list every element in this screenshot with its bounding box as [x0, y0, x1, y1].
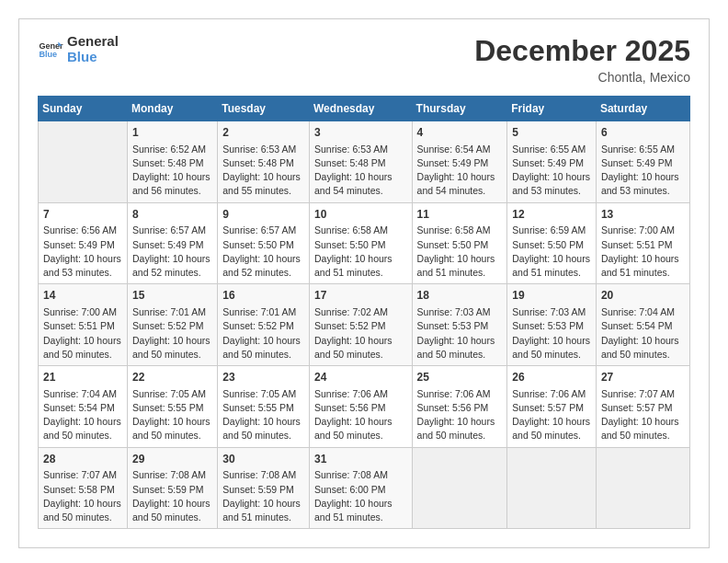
day-number: 10: [314, 207, 407, 223]
day-number: 1: [132, 125, 212, 141]
calendar-cell: [596, 447, 689, 529]
logo-blue: Blue: [67, 50, 119, 65]
day-number: 9: [222, 207, 304, 223]
day-number: 24: [314, 370, 407, 385]
cell-content: Sunrise: 7:03 AMSunset: 5:53 PMDaylight:…: [417, 305, 503, 362]
calendar-cell: [39, 121, 128, 203]
day-number: 4: [417, 125, 503, 141]
calendar-cell: 3Sunrise: 6:53 AMSunset: 5:48 PMDaylight…: [309, 121, 412, 203]
calendar-cell: 10Sunrise: 6:58 AMSunset: 5:50 PMDayligh…: [309, 202, 412, 284]
calendar-cell: 16Sunrise: 7:01 AMSunset: 5:52 PMDayligh…: [218, 284, 310, 366]
day-number: 31: [314, 452, 407, 467]
day-number: 13: [601, 207, 685, 223]
calendar-cell: 11Sunrise: 6:58 AMSunset: 5:50 PMDayligh…: [412, 202, 507, 284]
day-number: 28: [43, 452, 122, 467]
cell-content: Sunrise: 6:55 AMSunset: 5:49 PMDaylight:…: [512, 143, 591, 199]
day-number: 20: [601, 288, 685, 304]
logo-icon: General Blue: [38, 37, 63, 63]
calendar-cell: 26Sunrise: 7:06 AMSunset: 5:57 PMDayligh…: [507, 366, 597, 448]
day-number: 12: [512, 207, 591, 223]
calendar-cell: 20Sunrise: 7:04 AMSunset: 5:54 PMDayligh…: [596, 284, 689, 366]
cell-content: Sunrise: 7:07 AMSunset: 5:57 PMDaylight:…: [601, 387, 685, 443]
calendar-cell: 13Sunrise: 7:00 AMSunset: 5:51 PMDayligh…: [596, 202, 689, 284]
cell-content: Sunrise: 6:58 AMSunset: 5:50 PMDaylight:…: [417, 224, 503, 280]
header-day: Monday: [127, 97, 217, 121]
calendar-cell: 17Sunrise: 7:02 AMSunset: 5:52 PMDayligh…: [309, 284, 412, 366]
calendar-row: 21Sunrise: 7:04 AMSunset: 5:54 PMDayligh…: [39, 366, 690, 448]
title-block: December 2025 Chontla, Mexico: [474, 34, 690, 85]
calendar-cell: 9Sunrise: 6:57 AMSunset: 5:50 PMDaylight…: [218, 202, 310, 284]
calendar-cell: 29Sunrise: 7:08 AMSunset: 5:59 PMDayligh…: [127, 447, 217, 529]
calendar-cell: 8Sunrise: 6:57 AMSunset: 5:49 PMDaylight…: [127, 202, 217, 284]
day-number: 14: [43, 288, 122, 304]
calendar-cell: 19Sunrise: 7:03 AMSunset: 5:53 PMDayligh…: [507, 284, 597, 366]
calendar-row: 7Sunrise: 6:56 AMSunset: 5:49 PMDaylight…: [39, 202, 690, 284]
cell-content: Sunrise: 7:00 AMSunset: 5:51 PMDaylight:…: [43, 305, 122, 362]
day-number: 5: [512, 125, 591, 141]
logo: General Blue General Blue: [38, 34, 119, 64]
cell-content: Sunrise: 7:06 AMSunset: 5:57 PMDaylight:…: [512, 387, 591, 443]
day-number: 6: [601, 125, 685, 141]
calendar-cell: [412, 447, 507, 529]
calendar-cell: 28Sunrise: 7:07 AMSunset: 5:58 PMDayligh…: [39, 447, 128, 529]
cell-content: Sunrise: 7:08 AMSunset: 6:00 PMDaylight:…: [314, 468, 407, 524]
cell-content: Sunrise: 7:01 AMSunset: 5:52 PMDaylight:…: [132, 305, 212, 362]
calendar-cell: 25Sunrise: 7:06 AMSunset: 5:56 PMDayligh…: [412, 366, 507, 448]
calendar-cell: 1Sunrise: 6:52 AMSunset: 5:48 PMDaylight…: [127, 121, 217, 203]
calendar-cell: 22Sunrise: 7:05 AMSunset: 5:55 PMDayligh…: [127, 366, 217, 448]
cell-content: Sunrise: 7:05 AMSunset: 5:55 PMDaylight:…: [132, 387, 212, 443]
calendar-cell: 6Sunrise: 6:55 AMSunset: 5:49 PMDaylight…: [596, 121, 689, 203]
header-day: Friday: [507, 97, 597, 121]
calendar-cell: 27Sunrise: 7:07 AMSunset: 5:57 PMDayligh…: [596, 366, 689, 448]
day-number: 30: [222, 452, 304, 467]
logo-general: General: [67, 34, 119, 50]
calendar-cell: 2Sunrise: 6:53 AMSunset: 5:48 PMDaylight…: [218, 121, 310, 203]
calendar-row: 28Sunrise: 7:07 AMSunset: 5:58 PMDayligh…: [39, 447, 690, 529]
header-day: Saturday: [596, 97, 689, 121]
day-number: 2: [222, 125, 304, 141]
day-number: 23: [222, 370, 304, 385]
cell-content: Sunrise: 7:06 AMSunset: 5:56 PMDaylight:…: [314, 387, 407, 443]
cell-content: Sunrise: 7:00 AMSunset: 5:51 PMDaylight:…: [601, 224, 685, 280]
cell-content: Sunrise: 7:08 AMSunset: 5:59 PMDaylight:…: [132, 468, 212, 524]
day-number: 8: [132, 207, 212, 223]
day-number: 11: [417, 207, 503, 223]
calendar-cell: 21Sunrise: 7:04 AMSunset: 5:54 PMDayligh…: [39, 366, 128, 448]
svg-text:Blue: Blue: [39, 50, 57, 59]
main-title: December 2025: [474, 34, 690, 68]
day-number: 15: [132, 288, 212, 304]
cell-content: Sunrise: 6:58 AMSunset: 5:50 PMDaylight:…: [314, 224, 407, 280]
subtitle: Chontla, Mexico: [474, 70, 690, 85]
page-wrapper: General Blue General Blue December 2025 …: [18, 18, 710, 548]
cell-content: Sunrise: 7:02 AMSunset: 5:52 PMDaylight:…: [314, 305, 407, 362]
cell-content: Sunrise: 7:06 AMSunset: 5:56 PMDaylight:…: [417, 387, 503, 443]
cell-content: Sunrise: 7:03 AMSunset: 5:53 PMDaylight:…: [512, 305, 591, 362]
calendar-cell: 14Sunrise: 7:00 AMSunset: 5:51 PMDayligh…: [39, 284, 128, 366]
cell-content: Sunrise: 6:59 AMSunset: 5:50 PMDaylight:…: [512, 224, 591, 280]
header-day: Thursday: [412, 97, 507, 121]
cell-content: Sunrise: 6:57 AMSunset: 5:50 PMDaylight:…: [222, 224, 304, 280]
calendar-cell: 5Sunrise: 6:55 AMSunset: 5:49 PMDaylight…: [507, 121, 597, 203]
header-row: SundayMondayTuesdayWednesdayThursdayFrid…: [39, 97, 690, 121]
cell-content: Sunrise: 7:07 AMSunset: 5:58 PMDaylight:…: [43, 468, 122, 524]
calendar-cell: 12Sunrise: 6:59 AMSunset: 5:50 PMDayligh…: [507, 202, 597, 284]
calendar-cell: 30Sunrise: 7:08 AMSunset: 5:59 PMDayligh…: [218, 447, 310, 529]
cell-content: Sunrise: 6:55 AMSunset: 5:49 PMDaylight:…: [601, 143, 685, 199]
day-number: 22: [132, 370, 212, 385]
cell-content: Sunrise: 6:57 AMSunset: 5:49 PMDaylight:…: [132, 224, 212, 280]
calendar-cell: 18Sunrise: 7:03 AMSunset: 5:53 PMDayligh…: [412, 284, 507, 366]
header-day: Wednesday: [309, 97, 412, 121]
calendar-cell: 31Sunrise: 7:08 AMSunset: 6:00 PMDayligh…: [309, 447, 412, 529]
calendar-cell: 7Sunrise: 6:56 AMSunset: 5:49 PMDaylight…: [39, 202, 128, 284]
day-number: 29: [132, 452, 212, 467]
cell-content: Sunrise: 7:04 AMSunset: 5:54 PMDaylight:…: [601, 305, 685, 362]
cell-content: Sunrise: 7:05 AMSunset: 5:55 PMDaylight:…: [222, 387, 304, 443]
day-number: 18: [417, 288, 503, 304]
day-number: 21: [43, 370, 122, 385]
day-number: 7: [43, 207, 122, 223]
calendar-cell: 4Sunrise: 6:54 AMSunset: 5:49 PMDaylight…: [412, 121, 507, 203]
day-number: 16: [222, 288, 304, 304]
calendar-cell: 15Sunrise: 7:01 AMSunset: 5:52 PMDayligh…: [127, 284, 217, 366]
cell-content: Sunrise: 6:56 AMSunset: 5:49 PMDaylight:…: [43, 224, 122, 280]
calendar-row: 1Sunrise: 6:52 AMSunset: 5:48 PMDaylight…: [39, 121, 690, 203]
